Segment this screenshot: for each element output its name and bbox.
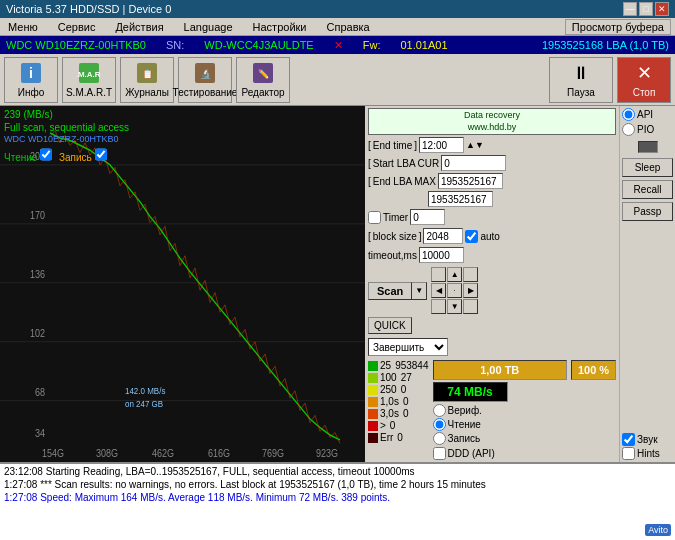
lba-val-1s: 0 [403, 396, 409, 407]
stop-button[interactable]: ✕ Стоп [617, 57, 671, 103]
write-legend-label: Запись [59, 152, 92, 163]
auto-label: auto [480, 231, 499, 242]
svg-text:S.M.A.R.T: S.M.A.R.T [77, 70, 101, 79]
log-entry-0: 23:12:08 Starting Reading, LBA=0..195352… [4, 465, 671, 478]
lba-color-250 [368, 385, 378, 395]
write-radio-row: Запись [433, 432, 617, 445]
lba-label-250: 250 [380, 384, 397, 395]
dpad-center[interactable]: · [447, 283, 462, 298]
start-lba-input[interactable] [441, 155, 506, 171]
lba-label-100: 100 [380, 372, 397, 383]
lba-count-3s: 3,0s 0 [368, 408, 429, 419]
stop-icon: ✕ [632, 61, 656, 85]
menu-menu[interactable]: Меню [4, 21, 42, 33]
buffer-view-button[interactable]: Просмотр буфера [565, 19, 671, 35]
block-size-label2: block size [373, 231, 417, 242]
api-radio-row: API [622, 108, 673, 121]
info-button[interactable]: i Инфо [4, 57, 58, 103]
scan-dropdown-arrow[interactable]: ▼ [412, 282, 427, 300]
block-size-input[interactable] [423, 228, 463, 244]
scan-button[interactable]: Scan [368, 282, 412, 300]
cur-label: CUR [418, 158, 440, 169]
read-checkbox[interactable] [40, 148, 52, 161]
pio-radio[interactable] [622, 123, 635, 136]
percent-bar: 100 % [571, 360, 616, 380]
minimize-button[interactable]: — [623, 2, 637, 16]
menu-language[interactable]: Language [180, 21, 237, 33]
svg-text:136: 136 [30, 268, 45, 280]
device-bar: WDC WD10EZRZ-00HTKB0 SN: WD-WCC4J3AULDTE… [0, 36, 675, 54]
lba-label-25: 25 [380, 360, 391, 371]
scan-dropdown: Scan ▼ [368, 282, 427, 300]
pio-radio-row: PIO [622, 123, 673, 136]
start-lba-row: [ Start LBA CUR [368, 155, 616, 171]
log-inner: 23:12:08 Starting Reading, LBA=0..195352… [0, 464, 675, 540]
timer-input[interactable] [410, 209, 445, 225]
end-lba-max-input[interactable] [428, 191, 493, 207]
svg-text:📋: 📋 [142, 68, 154, 80]
hints-checkbox[interactable] [622, 447, 635, 460]
zvuk-area: Звук Hints [622, 433, 673, 460]
menu-settings[interactable]: Настройки [249, 21, 311, 33]
recall-button[interactable]: Recall [622, 180, 673, 199]
svg-text:616G: 616G [208, 447, 230, 459]
menu-service[interactable]: Сервис [54, 21, 100, 33]
editor-button[interactable]: ✏️ Редактор [236, 57, 290, 103]
end-lba-cur-input[interactable] [438, 173, 503, 189]
log-time-1: 1:27:08 [4, 479, 37, 490]
quick-button[interactable]: QUICK [368, 317, 412, 334]
timeout-input[interactable] [419, 247, 464, 263]
write-checkbox[interactable] [95, 148, 107, 161]
lba-count-gt: > 0 [368, 420, 429, 431]
dpad-empty2 [463, 267, 478, 282]
read-radio[interactable] [433, 418, 446, 431]
api-radio[interactable] [622, 108, 635, 121]
svg-text:142.0 MB/s: 142.0 MB/s [125, 386, 166, 397]
lba-color-gt [368, 421, 378, 431]
dpad-right[interactable]: ▶ [463, 283, 478, 298]
write-radio[interactable] [433, 432, 446, 445]
smart-button[interactable]: S.M.A.R.T S.M.A.R.T [62, 57, 116, 103]
svg-text:462G: 462G [152, 447, 174, 459]
timer-checkbox[interactable] [368, 211, 381, 224]
start-lba-bracket: [ [368, 158, 371, 169]
end-lba-row: [ End LBA MAX [368, 173, 616, 189]
serial-number: WD-WCC4J3AULDTE [204, 39, 313, 51]
test-button[interactable]: 🔬 Тестирование [178, 57, 232, 103]
lba-info: 1953525168 LBA (1,0 TB) [542, 39, 669, 51]
auto-checkbox[interactable] [465, 230, 478, 243]
verif-radio[interactable] [433, 404, 446, 417]
journals-icon: 📋 [135, 61, 159, 85]
lba-count-100: 100 27 [368, 372, 429, 383]
stats-section: 25 953844 100 27 250 0 [368, 360, 616, 462]
passp-button[interactable]: Passp [622, 202, 673, 221]
dpad-left[interactable]: ◀ [431, 283, 446, 298]
pause-button[interactable]: ⏸ Пауза [549, 57, 613, 103]
end-time-row: [ End time ] ▲▼ [368, 137, 616, 153]
svg-text:✕: ✕ [637, 63, 652, 83]
ddd-checkbox[interactable] [433, 447, 446, 460]
lba-label-1s: 1,0s [380, 396, 399, 407]
close-button[interactable]: ✕ [655, 2, 669, 16]
dpad-down[interactable]: ▼ [447, 299, 462, 314]
zvuk-label: Звук [637, 434, 658, 445]
lba-val-gt: 0 [390, 420, 396, 431]
dpad-up[interactable]: ▲ [447, 267, 462, 282]
end-time-input[interactable] [419, 137, 464, 153]
zvuk-checkbox[interactable] [622, 433, 635, 446]
journals-button[interactable]: 📋 Журналы [120, 57, 174, 103]
menu-help[interactable]: Справка [323, 21, 374, 33]
close-tab-icon[interactable]: ✕ [334, 39, 343, 52]
dpad-empty4 [463, 299, 478, 314]
svg-text:170: 170 [30, 209, 45, 221]
lba-label-gt: > [380, 420, 386, 431]
menu-actions[interactable]: Действия [111, 21, 167, 33]
completer-select[interactable]: Завершить Продолжить Остановить [368, 338, 448, 356]
hints-label: Hints [637, 448, 660, 459]
lba-counts: 25 953844 100 27 250 0 [368, 360, 429, 462]
svg-text:154G: 154G [42, 447, 64, 459]
smart-icon: S.M.A.R.T [77, 61, 101, 85]
maximize-button[interactable]: □ [639, 2, 653, 16]
log-entry-1: 1:27:08 *** Scan results: no warnings, n… [4, 478, 671, 491]
sleep-button[interactable]: Sleep [622, 158, 673, 177]
